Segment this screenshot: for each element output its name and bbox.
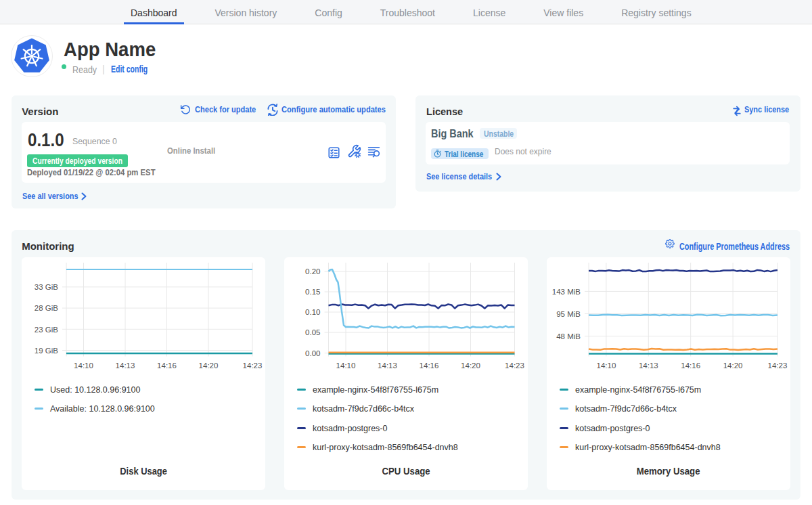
svg-text:28 GiB: 28 GiB <box>35 304 58 312</box>
svg-text:14:20: 14:20 <box>461 361 480 370</box>
svg-text:14:10: 14:10 <box>74 361 93 370</box>
svg-text:14:13: 14:13 <box>116 361 135 370</box>
svg-text:33 GiB: 33 GiB <box>35 283 58 291</box>
svg-text:48 MiB: 48 MiB <box>556 332 581 341</box>
svg-text:23 GiB: 23 GiB <box>35 326 58 334</box>
svg-text:0.00: 0.00 <box>305 349 320 357</box>
svg-text:0.15: 0.15 <box>305 288 320 296</box>
svg-text:14:16: 14:16 <box>420 361 439 370</box>
svg-text:0.20: 0.20 <box>305 267 320 276</box>
svg-text:14:16: 14:16 <box>157 361 177 370</box>
svg-text:14:23: 14:23 <box>768 361 788 370</box>
svg-text:143 MiB: 143 MiB <box>552 288 581 296</box>
svg-text:95 MiB: 95 MiB <box>556 310 581 318</box>
svg-text:14:10: 14:10 <box>336 361 356 370</box>
svg-text:14:20: 14:20 <box>199 361 219 370</box>
svg-text:14:23: 14:23 <box>243 361 263 370</box>
svg-text:14:16: 14:16 <box>681 361 700 370</box>
svg-text:14:10: 14:10 <box>597 361 616 370</box>
svg-text:14:23: 14:23 <box>505 361 524 370</box>
svg-text:14:13: 14:13 <box>378 361 397 370</box>
svg-text:19 GiB: 19 GiB <box>35 347 58 355</box>
svg-text:14:13: 14:13 <box>639 361 658 370</box>
svg-text:0.05: 0.05 <box>305 328 320 336</box>
svg-text:0.10: 0.10 <box>305 308 320 316</box>
svg-text:14:20: 14:20 <box>723 361 743 370</box>
